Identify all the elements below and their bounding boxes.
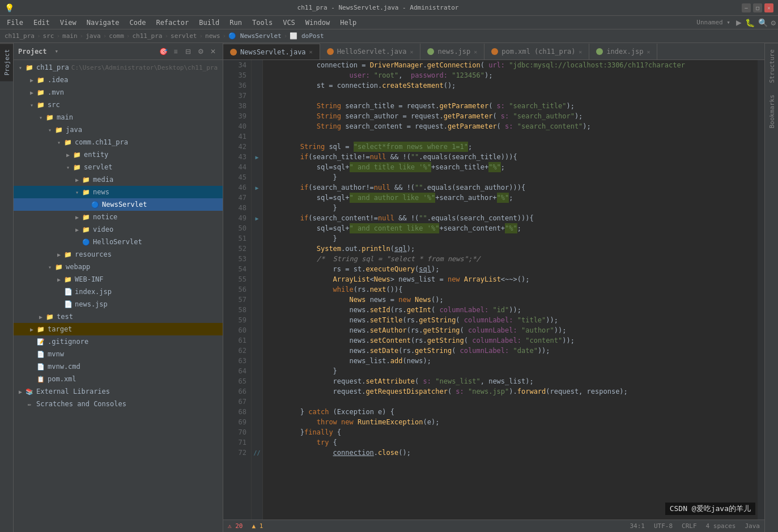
- tab-index-jsp[interactable]: index.jsp ✕: [589, 44, 657, 59]
- tree-item-notice[interactable]: ▶ 📁 notice: [14, 211, 223, 223]
- sidebar-expand-btn[interactable]: ≡: [171, 46, 181, 57]
- debug-btn[interactable]: 🐛: [745, 18, 755, 27]
- folder-icon: 📁: [36, 88, 45, 97]
- menu-build[interactable]: Build: [194, 18, 224, 28]
- line-numbers: 34 35 36 37 38 39 40 41 42 43 44 45 46 4…: [223, 60, 252, 520]
- tab-pom[interactable]: pom.xml (ch11_pra) ✕: [484, 44, 589, 59]
- tab-close-news-jsp[interactable]: ✕: [474, 49, 477, 55]
- tree-label: media: [93, 176, 113, 184]
- menu-vcs[interactable]: VCS: [278, 18, 300, 28]
- breadcrumb-java[interactable]: java: [86, 32, 101, 40]
- menu-window[interactable]: Window: [301, 18, 334, 28]
- code-line-59: news.setTitle(rs.getString( columnLabel:…: [267, 315, 758, 325]
- scratches-icon: ✏: [25, 399, 34, 408]
- code-area[interactable]: connection = DriverManager.getConnection…: [263, 60, 758, 520]
- close-btn[interactable]: ✕: [764, 3, 773, 12]
- tree-item-mvnw[interactable]: ▶ 📄 mvnw: [14, 348, 223, 360]
- folder-icon: 📁: [36, 75, 45, 84]
- breadcrumb-src[interactable]: src: [43, 32, 54, 40]
- breadcrumb-comm[interactable]: comm: [109, 32, 124, 40]
- tab-helloservlet[interactable]: HelloServlet.java ✕: [320, 44, 421, 59]
- vtab-structure[interactable]: Structure: [765, 43, 778, 89]
- run-config[interactable]: Unnamed ▾: [696, 19, 730, 26]
- tree-item-helloservlet[interactable]: ▶ 🔵 HelloServlet: [14, 236, 223, 248]
- tree-item-servlet[interactable]: ▾ 📁 servlet: [14, 161, 223, 173]
- menu-code[interactable]: Code: [125, 18, 151, 28]
- menu-edit[interactable]: Edit: [29, 18, 54, 28]
- tree-item-newsservlet[interactable]: ▶ 🔵 NewsServlet: [14, 198, 223, 211]
- tree-item-webapp[interactable]: ▾ 📁 webapp: [14, 261, 223, 273]
- sidebar-close-btn[interactable]: ✕: [208, 46, 218, 57]
- sidebar-title: Project: [18, 48, 47, 56]
- tree-item-index-jsp[interactable]: ▶ 📄 index.jsp: [14, 286, 223, 298]
- breadcrumb-main[interactable]: main: [62, 32, 78, 40]
- minimize-btn[interactable]: —: [742, 3, 751, 12]
- tree-item-entity[interactable]: ▶ 📁 entity: [14, 148, 223, 161]
- tree-item-mvn[interactable]: ▶ 📁 .mvn: [14, 86, 223, 99]
- status-line-sep[interactable]: CRLF: [682, 522, 697, 530]
- tree-label: WEB-INF: [75, 275, 104, 283]
- menu-run[interactable]: Run: [225, 18, 246, 28]
- status-indent[interactable]: 4 spaces: [706, 522, 736, 530]
- menu-view[interactable]: View: [56, 18, 81, 28]
- tab-close-newsservlet[interactable]: ✕: [309, 49, 313, 55]
- fold-49[interactable]: ▶: [252, 213, 262, 223]
- tree-item-external-libs[interactable]: ▶ 📚 External Libraries: [14, 385, 223, 398]
- tab-close-index-jsp[interactable]: ✕: [647, 49, 650, 55]
- breadcrumb-news[interactable]: news: [205, 32, 220, 40]
- search-everywhere-btn[interactable]: 🔍: [758, 18, 768, 27]
- tree-item-gitignore[interactable]: ▶ 📝 .gitignore: [14, 335, 223, 348]
- tree-item-target[interactable]: ▶ 📁 target: [14, 323, 223, 335]
- ln-44: 44: [223, 162, 251, 172]
- tree-item-java[interactable]: ▾ 📁 java: [14, 124, 223, 136]
- vtab-bookmarks[interactable]: Bookmarks: [765, 89, 778, 134]
- tree-item-webinf[interactable]: ▶ 📁 WEB-INF: [14, 273, 223, 286]
- tree-item-test[interactable]: ▶ 📁 test: [14, 310, 223, 323]
- code-editor[interactable]: 34 35 36 37 38 39 40 41 42 43 44 45 46 4…: [223, 60, 764, 520]
- breadcrumb-newsservlet[interactable]: 🔵 NewsServlet: [228, 32, 281, 40]
- status-lang[interactable]: Java: [745, 522, 760, 530]
- code-line-36: st = connection.createStatement();: [267, 80, 758, 91]
- breadcrumb-dopost[interactable]: ⬜ doPost: [290, 32, 324, 40]
- breadcrumb-servlet[interactable]: servlet: [171, 32, 197, 40]
- tree-item-main[interactable]: ▾ 📁 main: [14, 111, 223, 124]
- tab-news-jsp[interactable]: news.jsp ✕: [420, 44, 484, 59]
- tree-item-pom[interactable]: ▶ 📋 pom.xml: [14, 373, 223, 385]
- tree-item-mvnw-cmd[interactable]: ▶ 📄 mvnw.cmd: [14, 360, 223, 373]
- menu-tools[interactable]: Tools: [248, 18, 277, 28]
- breadcrumb-ch11-pkg[interactable]: ch11_pra: [132, 32, 162, 40]
- tab-close-pom[interactable]: ✕: [579, 49, 582, 55]
- sidebar-dropdown[interactable]: ▾: [55, 48, 59, 55]
- tab-newsservlet[interactable]: NewsServlet.java ✕: [223, 44, 320, 59]
- menu-navigate[interactable]: Navigate: [82, 18, 124, 28]
- warning-count[interactable]: ▲ 1: [252, 522, 263, 530]
- vtab-project[interactable]: Project: [0, 43, 13, 81]
- tree-item-media[interactable]: ▶ 📁 media: [14, 173, 223, 186]
- settings-btn[interactable]: ⚙: [771, 18, 776, 27]
- fold-46[interactable]: ▶: [252, 182, 262, 193]
- tree-item-video[interactable]: ▶ 📁 video: [14, 223, 223, 236]
- sidebar-locate-btn[interactable]: 🎯: [158, 46, 168, 57]
- tree-item-src[interactable]: ▾ 📁 src: [14, 99, 223, 111]
- tree-item-scratches[interactable]: ▶ ✏ Scratches and Consoles: [14, 398, 223, 410]
- menu-file[interactable]: File: [2, 18, 28, 28]
- sidebar-settings-btn[interactable]: ⚙: [195, 46, 206, 57]
- menu-refactor[interactable]: Refactor: [151, 18, 193, 28]
- run-btn[interactable]: ▶: [736, 17, 742, 28]
- breadcrumb-ch11[interactable]: ch11_pra: [5, 32, 35, 40]
- tree-item-root[interactable]: ▾ 📁 ch11_pra C:\Users\Administrator\Desk…: [14, 61, 223, 74]
- menu-help[interactable]: Help: [335, 18, 361, 28]
- sidebar-collapse-btn[interactable]: ⊟: [183, 46, 193, 57]
- tree-item-idea[interactable]: ▶ 📁 .idea: [14, 74, 223, 86]
- tab-close-helloservlet[interactable]: ✕: [410, 49, 413, 55]
- fold-43[interactable]: ▶: [252, 152, 262, 162]
- tree-item-comm[interactable]: ▾ 📁 comm.ch11_pra: [14, 136, 223, 148]
- error-count[interactable]: ⚠ 20: [228, 522, 243, 530]
- fold-71[interactable]: //: [252, 448, 262, 458]
- tree-item-news-folder[interactable]: ▾ 📁 news: [14, 186, 223, 198]
- tree-item-resources[interactable]: ▶ 📁 resources: [14, 248, 223, 261]
- maximize-btn[interactable]: □: [753, 3, 762, 12]
- code-line-39: String search_author = request.getParame…: [267, 111, 758, 121]
- tree-item-news-jsp[interactable]: ▶ 📄 news.jsp: [14, 298, 223, 310]
- status-encoding[interactable]: UTF-8: [654, 522, 673, 530]
